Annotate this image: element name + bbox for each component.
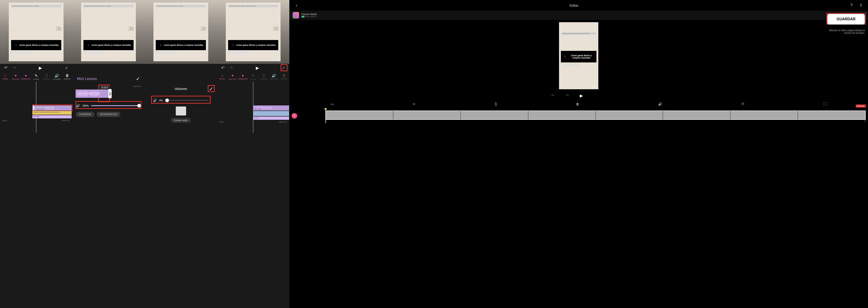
undo-icon[interactable]: ↶ [3,65,8,70]
share-icon[interactable]: ⇧ [858,3,863,8]
trim-handle-right[interactable]: ❯ [108,89,112,98]
audio-track-mint[interactable]: for(let i=0;i<40;i++)document.write('<di… [253,105,289,111]
play-icon[interactable]: ▶ [255,65,260,70]
time-total: Total 0:15.2 [62,120,70,121]
confirm-icon[interactable]: ✓ [209,86,213,92]
video-preview[interactable]: comprar monedas y ganar dinero en TikTok… [145,0,217,64]
watermark[interactable]: InShot [591,86,597,88]
banner-text: ♪ Como ganar dinero y comprar monedas [11,40,61,50]
recortar-badge: Recortar [856,104,866,107]
audio-track-mint[interactable]: for(let i=0;i<40;i++)document.write('<di… [32,105,72,111]
tool-pistas[interactable]: ♪PISTAS [217,73,227,80]
tool-borrar[interactable]: 🗑BORRAR [63,73,72,80]
video-preview[interactable]: comprar monedas y ganar dinero en TikTok… [0,0,72,64]
tool-grabacion[interactable]: ●GRABACIÓN [21,73,31,80]
cut-icon[interactable]: ✂ [413,102,415,106]
ad-banner[interactable]: Choose wisely! AD This house is... [289,11,868,20]
tool-efectos[interactable]: ✦EFECTOS [11,73,20,80]
page-title: Editar [569,3,579,7]
undo-icon[interactable]: ↶ [220,65,225,70]
time-total: Total 0:15.0 [133,86,142,87]
redo-icon: ↷ [228,65,234,70]
audio-toolbar: ♪PISTAS ✦EFECTOS ●GRABACIÓN ✎EDITAR ⎮|DI… [217,72,289,82]
panel-confirm: comprar monedas y ganar dinero en TikTok… [217,0,289,308]
volume-icon[interactable]: 🔊 [658,102,662,106]
timeline[interactable]: for(let i=0;i<40;i++)document.write('<di… [217,82,289,133]
tiktok-icon: ♪ [13,43,18,48]
tool-editar[interactable]: ✎EDITAR [31,73,41,80]
canvas-icon[interactable]: ▭ [331,102,334,106]
video-track[interactable] [253,111,289,116]
play-controls: ↶ ↷ ▶ ✓ [217,64,289,72]
video-preview[interactable]: comprar monedas y ganar dinero en TikTok… [72,0,145,64]
play-icon[interactable]: ▶ [579,93,584,98]
time-start: 0:00.0 [219,121,224,123]
vol-track[interactable]: 🔊 100% [32,115,72,118]
track-title: Mint Leaves [77,77,97,81]
time-total: Total 0:15.2 [279,121,287,123]
clip-toolbar: ▭ ✂ ⎮| 🗑 🔊 ⏱ ⛶ [289,100,868,108]
tool-volumen: 🔊VOLUMEN [269,73,278,80]
timeline-filmstrip[interactable] [326,111,866,120]
tool-pistas[interactable]: ♪PISTAS [0,73,10,80]
chip-fundirse[interactable]: FUNDIRSE [76,112,94,117]
tool-volumen[interactable]: 🔊VOLUMEN [52,73,61,80]
tool-grabacion[interactable]: ●GRABACIÓN [238,73,248,80]
redo-icon: ↷ [11,65,17,70]
delete-icon[interactable]: 🗑 [576,102,579,106]
ad-title: Choose wisely! [301,13,317,16]
tool-editar: ✎EDITAR [248,73,258,80]
crop-icon[interactable]: ⛶ [824,102,827,106]
time-badge: 0:15.0 [100,86,110,90]
video-preview[interactable]: comprar monedas y ganar dinero en TikTok… [217,0,289,64]
redo-icon: ↷ [564,93,570,98]
chip-desaparecer[interactable]: DESAPARECER [97,112,120,117]
tool-borrar: 🗑BORRAR [280,73,289,80]
extract-audio-button[interactable]: Extraer audio [171,118,191,123]
volume-title: Volumen ✓ [145,82,217,93]
tool-dividirse: ⎮|DIVIDIRSE [259,73,268,80]
time-start: 0:00.0 [2,120,7,121]
audio-toolbar: ♪PISTAS ✦EFECTOS ●GRABACIÓN ✎EDITAR ⎮|DI… [0,72,72,82]
tool-efectos[interactable]: ✦EFECTOS [228,73,237,80]
back-icon[interactable]: ‹ [294,3,299,8]
tool-dividirse: ⎮|DIVIDIRSE [42,73,51,80]
play-icon[interactable]: ▶ [38,65,43,70]
confirm-icon[interactable]: ✓ [64,65,69,70]
speed-icon[interactable]: ⏱ [741,102,744,106]
grammarly-text: Trusted by Millions Worldwide [56,26,61,31]
ad-thumbnail [292,12,299,19]
waveform[interactable]: for(let i=0;i<50;i++)document.write('<di… [75,90,109,98]
hint-track[interactable]: Haga clic aquí para ajustar el volumen d… [32,111,72,115]
clip-thumbnail[interactable] [176,106,186,116]
vol-track[interactable]: 🔊 0% [253,117,289,120]
panel-track-edit: comprar monedas y ganar dinero en TikTok… [72,0,145,308]
video-preview-large[interactable]: comprar monedas y ganar dinero en TikTok… [559,22,598,89]
editor-header: ‹ Editar ? ⇧ [289,0,868,11]
split-icon[interactable]: ⎮| [495,102,497,106]
panel-volume: comprar monedas y ganar dinero en TikTok… [145,0,217,308]
preview-topbar: comprar monedas y ganar dinero en TikTok [11,5,61,7]
undo-icon[interactable]: ↶ [550,93,555,98]
add-button[interactable]: + [292,113,297,119]
timeline[interactable]: for(let i=0;i<40;i++)document.write('<di… [0,82,72,133]
play-controls: ↶ ↷ ▶ ✓ [0,64,72,72]
panel-save: ‹ Editar ? ⇧ Choose wisely! AD This hous… [289,0,868,308]
confirm-icon[interactable]: ✓ [136,76,140,82]
help-icon[interactable]: ? [849,3,854,8]
panel-audio-tracks: comprar monedas y ganar dinero en TikTok… [0,0,72,308]
